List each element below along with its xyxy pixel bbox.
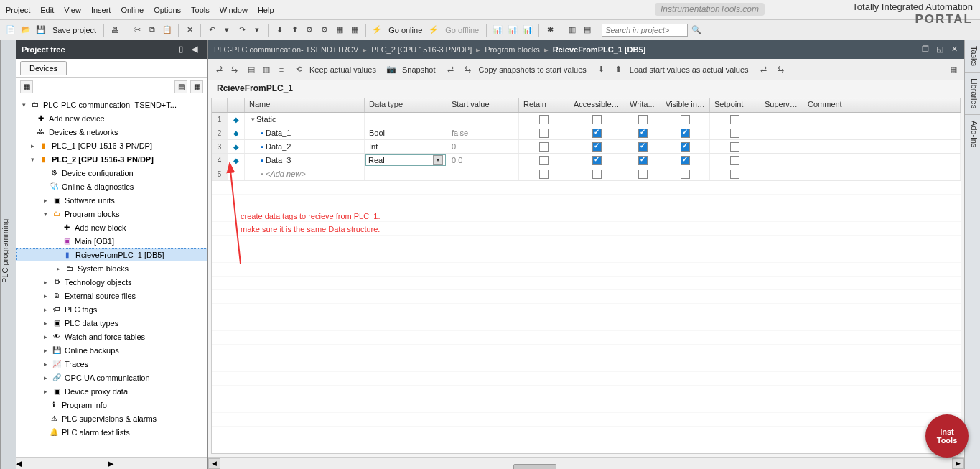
- window-close-icon[interactable]: ✕: [948, 45, 960, 55]
- writable-checkbox[interactable]: [638, 142, 648, 152]
- col-name[interactable]: Name: [245, 98, 365, 112]
- edtb-icon6[interactable]: ⟲: [292, 63, 305, 76]
- tree-plcdt[interactable]: ▸▣PLC data types: [16, 316, 207, 330]
- tree-progblocks[interactable]: ▾🗀Program blocks: [16, 207, 207, 220]
- copy-snap-icon2[interactable]: ⇆: [461, 63, 474, 76]
- edtb-icon2[interactable]: ⇆: [228, 63, 241, 76]
- compile2-icon[interactable]: ⚙: [318, 24, 331, 37]
- edtb-icon5[interactable]: ≡: [275, 63, 288, 76]
- col-writable[interactable]: Writa...: [625, 98, 661, 112]
- bc-plc[interactable]: PLC_2 [CPU 1516-3 PN/DP]: [371, 45, 472, 54]
- accessible-checkbox[interactable]: [592, 129, 602, 138]
- window-min-icon[interactable]: —: [905, 45, 917, 55]
- tree-addblock[interactable]: ✚Add new block: [16, 220, 207, 234]
- scroll-left-icon[interactable]: ◀: [208, 458, 220, 469]
- snapshot-icon[interactable]: 📷: [385, 63, 398, 76]
- retain-checkbox[interactable]: [539, 142, 549, 152]
- row-addnew[interactable]: 5 ▪ <Add new>: [212, 167, 961, 181]
- menu-help[interactable]: Help: [258, 6, 274, 14]
- tree-techobj[interactable]: ▸⚙Technology objects: [16, 275, 207, 289]
- menu-window[interactable]: Window: [220, 6, 248, 14]
- tree-devproxy[interactable]: ▸▣Device proxy data: [16, 384, 207, 398]
- visible-checkbox[interactable]: [681, 156, 690, 165]
- window-restore-icon[interactable]: ❐: [920, 45, 931, 55]
- gooffline-icon[interactable]: ⚡: [427, 24, 440, 37]
- tree-opcua[interactable]: ▸🔗OPC UA communication: [16, 371, 207, 384]
- tree-onldiag[interactable]: 🩺Online & diagnostics: [16, 180, 207, 193]
- keep-actual-button[interactable]: Keep actual values: [309, 65, 376, 74]
- monitor1-icon[interactable]: 📊: [491, 24, 504, 37]
- col-startvalue[interactable]: Start value: [447, 98, 519, 112]
- cross-ref-icon[interactable]: ✱: [543, 24, 556, 37]
- setpoint-checkbox[interactable]: [730, 115, 739, 124]
- visible-checkbox[interactable]: [681, 142, 690, 152]
- accessible-checkbox[interactable]: [592, 115, 602, 124]
- delete-icon[interactable]: ✕: [183, 24, 196, 37]
- load-icon4[interactable]: ⇆: [775, 63, 788, 76]
- load-icon1[interactable]: ⬇: [595, 63, 608, 76]
- save-project-button[interactable]: Save project: [52, 26, 96, 34]
- retain-checkbox[interactable]: [539, 115, 549, 124]
- tree-devcfg[interactable]: ⚙Device configuration: [16, 166, 207, 180]
- setpoint-checkbox[interactable]: [730, 170, 739, 179]
- sim2-icon[interactable]: ▦: [348, 24, 361, 37]
- cut-icon[interactable]: ✂: [131, 24, 144, 37]
- left-rail-tab[interactable]: PLC programming: [0, 40, 16, 469]
- col-accessible[interactable]: Accessible f...: [569, 98, 625, 112]
- retain-checkbox[interactable]: [539, 129, 549, 138]
- new-project-icon[interactable]: 📄: [4, 24, 17, 37]
- tree-plcsup[interactable]: ⚠PLC supervisions & alarms: [16, 412, 207, 425]
- menu-project[interactable]: Project: [6, 6, 30, 14]
- rtab-addins[interactable]: Add-ins: [965, 115, 980, 154]
- upload-icon[interactable]: ⬆: [288, 24, 301, 37]
- setpoint-checkbox[interactable]: [730, 142, 739, 152]
- goonline-icon[interactable]: ⚡: [370, 24, 383, 37]
- devices-tab[interactable]: Devices: [20, 61, 67, 75]
- col-retain[interactable]: Retain: [519, 98, 569, 112]
- menu-options[interactable]: Options: [154, 6, 181, 14]
- tree-alarmtxt[interactable]: 🔔PLC alarm text lists: [16, 425, 207, 439]
- rtab-tasks[interactable]: Tasks: [965, 40, 980, 73]
- undo-icon[interactable]: ↶: [205, 24, 218, 37]
- pt-collapse-icon[interactable]: ◀: [192, 45, 202, 55]
- window-max-icon[interactable]: ◱: [934, 45, 946, 55]
- retain-checkbox[interactable]: [539, 170, 549, 179]
- menu-online[interactable]: Online: [121, 6, 144, 14]
- copy-icon[interactable]: ⧉: [146, 24, 159, 37]
- pt-network-view-icon[interactable]: ▦: [20, 80, 33, 93]
- split1-icon[interactable]: ▥: [566, 24, 579, 37]
- compile-icon[interactable]: ⚙: [303, 24, 316, 37]
- split2-icon[interactable]: ▤: [581, 24, 594, 37]
- tree-watch[interactable]: ▸👁Watch and force tables: [16, 330, 207, 343]
- col-comment[interactable]: Comment: [803, 98, 961, 112]
- open-project-icon[interactable]: 📂: [19, 24, 32, 37]
- undo-dd-icon[interactable]: ▾: [220, 24, 233, 37]
- redo-icon[interactable]: ↷: [235, 24, 248, 37]
- accessible-checkbox[interactable]: [592, 142, 602, 152]
- search-go-icon[interactable]: 🔍: [690, 24, 703, 37]
- download-icon[interactable]: ⬇: [273, 24, 286, 37]
- pt-pin-icon[interactable]: ▯: [179, 45, 189, 55]
- col-supervision[interactable]: Supervis...: [760, 98, 803, 112]
- datatype-input[interactable]: Real▾: [365, 154, 446, 166]
- tree-root[interactable]: ▾🗀PLC-PLC communcation- TSEND+T...: [16, 98, 207, 111]
- tree-rcv-db[interactable]: ▮RcieveFromPLC_1 [DB5]: [16, 248, 207, 261]
- menu-edit[interactable]: Edit: [40, 6, 54, 14]
- tree-scroll-right-icon[interactable]: ▶: [108, 459, 113, 468]
- tree-dev-net[interactable]: 🖧Devices & networks: [16, 125, 207, 139]
- tree-extfiles[interactable]: ▸🗎External source files: [16, 289, 207, 302]
- setpoint-checkbox[interactable]: [730, 156, 739, 165]
- datatype-dropdown-icon[interactable]: ▾: [433, 155, 443, 165]
- monitor3-icon[interactable]: 📊: [521, 24, 534, 37]
- pt-view2-icon[interactable]: ▦: [190, 80, 203, 93]
- sim-icon[interactable]: ▦: [333, 24, 346, 37]
- accessible-checkbox[interactable]: [592, 170, 602, 179]
- visible-checkbox[interactable]: [681, 129, 690, 138]
- col-visible[interactable]: Visible in ...: [661, 98, 710, 112]
- snapshot-button[interactable]: Snapshot: [402, 65, 435, 74]
- copy-snapshots-button[interactable]: Copy snapshots to start values: [478, 65, 586, 74]
- col-datatype[interactable]: Data type: [365, 98, 447, 112]
- tree-swunits[interactable]: ▸▣Software units: [16, 193, 207, 207]
- redo-dd-icon[interactable]: ▾: [251, 24, 263, 37]
- tree-main[interactable]: ▣Main [OB1]: [16, 234, 207, 248]
